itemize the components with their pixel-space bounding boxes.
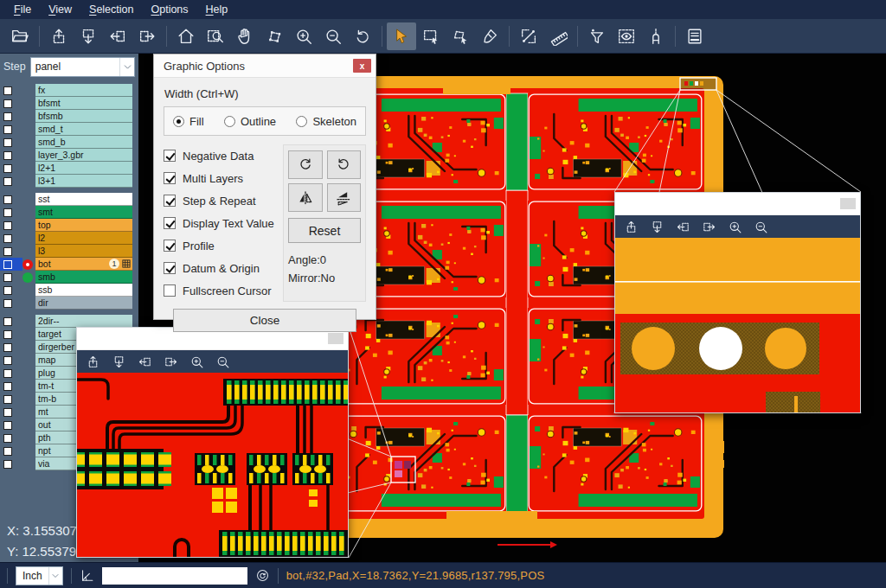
dialog-title-bar[interactable]: Graphic Options x — [154, 54, 376, 78]
radio-outline[interactable]: Outline — [224, 115, 276, 128]
pan-down-button[interactable] — [108, 352, 129, 371]
pan-right-button[interactable] — [698, 217, 719, 236]
layer-visibility-checkbox[interactable] — [0, 431, 22, 444]
radio-skeleton[interactable]: Skeleton — [296, 115, 356, 128]
layer-row-2dir--[interactable]: 2dir-- — [0, 315, 138, 328]
layer-visibility-checkbox[interactable] — [0, 245, 22, 258]
layer-row-l3+1[interactable]: l3+1 — [0, 175, 138, 188]
layer-visibility-checkbox[interactable] — [0, 393, 22, 406]
layer-visibility-checkbox[interactable] — [0, 380, 22, 393]
layer-row-l2[interactable]: l2 — [0, 232, 138, 245]
mirror-vertical-button[interactable] — [327, 183, 362, 212]
zoom-in-button[interactable] — [289, 22, 318, 50]
layer-row-bot[interactable]: bot1 — [0, 258, 138, 271]
layer-visibility-checkbox[interactable] — [0, 271, 22, 284]
angle-measure-icon[interactable] — [80, 568, 94, 583]
layer-row-dir[interactable]: dir — [0, 297, 138, 310]
pan-right-button[interactable] — [132, 22, 162, 50]
window-menu-button[interactable] — [840, 198, 856, 209]
pan-hand-button[interactable] — [230, 22, 260, 50]
window-title-bar[interactable] — [615, 193, 860, 215]
filter-tool-button[interactable] — [582, 22, 612, 50]
select-tool-button[interactable] — [387, 22, 416, 50]
layer-row-l2+1[interactable]: l2+1 — [0, 162, 138, 175]
layer-visibility-checkbox[interactable] — [0, 162, 22, 175]
layer-row-layer_3.gbr[interactable]: layer_3.gbr — [0, 149, 138, 162]
pan-left-button[interactable] — [672, 217, 693, 236]
pan-down-button[interactable] — [74, 22, 103, 50]
panel-list-button[interactable] — [680, 22, 709, 50]
layer-visibility-checkbox[interactable] — [0, 354, 22, 367]
layer-row-bfsmb[interactable]: bfsmb — [0, 110, 138, 123]
radio-fill[interactable]: Fill — [173, 115, 204, 128]
checkbox-multi-layers[interactable]: Multi Layers — [164, 167, 283, 189]
close-button[interactable]: Close — [173, 309, 356, 332]
layer-row-smd_b[interactable]: smd_b — [0, 136, 138, 149]
layer-visibility-checkbox[interactable] — [0, 232, 22, 245]
layer-visibility-checkbox[interactable] — [0, 219, 22, 232]
zoom-detail-window-2[interactable] — [614, 192, 861, 413]
layer-visibility-checkbox[interactable] — [0, 341, 22, 354]
select-rectangle-button[interactable] — [416, 22, 446, 50]
view-options-button[interactable] — [612, 22, 641, 50]
layer-visibility-checkbox[interactable] — [0, 258, 22, 271]
zoom-in-button[interactable] — [724, 217, 745, 236]
checkbox-datum-origin[interactable]: Datum & Origin — [164, 257, 283, 279]
zoom-window-button[interactable] — [201, 22, 230, 50]
command-input[interactable] — [102, 567, 247, 585]
layer-visibility-checkbox[interactable] — [0, 406, 22, 419]
checkbox-profile[interactable]: Profile — [164, 234, 283, 257]
select-polygon-button[interactable] — [446, 22, 475, 50]
layer-row-bfsmt[interactable]: bfsmt — [0, 97, 138, 110]
layer-visibility-checkbox[interactable] — [0, 84, 22, 97]
layer-visibility-checkbox[interactable] — [0, 193, 22, 206]
zoom-out-button[interactable] — [750, 217, 771, 236]
refresh-icon[interactable] — [255, 568, 270, 583]
checkbox-fullscreen-cursor[interactable]: Fullscreen Cursor — [164, 279, 283, 302]
pan-right-button[interactable] — [160, 352, 181, 371]
layer-visibility-checkbox[interactable] — [0, 206, 22, 219]
pan-up-button[interactable] — [620, 217, 641, 236]
checkbox-display-text-value[interactable]: Display Text Value — [164, 212, 283, 234]
zoom-out-button[interactable] — [318, 22, 348, 50]
zoom-polygon-button[interactable] — [260, 22, 289, 50]
zoom-out-button[interactable] — [212, 352, 233, 371]
layer-row-smt[interactable]: smt — [0, 206, 138, 219]
layer-row-l3[interactable]: l3 — [0, 245, 138, 258]
menu-item-view[interactable]: View — [40, 0, 80, 19]
layer-visibility-checkbox[interactable] — [0, 328, 22, 341]
rotate-counterclockwise-button[interactable] — [327, 150, 362, 179]
layer-row-fx[interactable]: fx — [0, 84, 138, 97]
pan-up-button[interactable] — [82, 352, 103, 371]
zoom-detail-window-1[interactable] — [76, 327, 349, 558]
measure-distance-button[interactable] — [514, 22, 543, 50]
layer-row-smd_t[interactable]: smd_t — [0, 123, 138, 136]
layer-row-sst[interactable]: sst — [0, 193, 138, 206]
menu-item-file[interactable]: File — [5, 0, 40, 19]
pan-left-button[interactable] — [103, 22, 132, 50]
layer-visibility-checkbox[interactable] — [0, 136, 22, 149]
mirror-horizontal-button[interactable] — [288, 183, 323, 212]
menu-item-help[interactable]: Help — [197, 0, 237, 19]
dialog-close-button[interactable]: x — [353, 59, 371, 73]
layer-visibility-checkbox[interactable] — [0, 297, 22, 310]
zoom-previous-button[interactable] — [348, 22, 377, 50]
layer-visibility-checkbox[interactable] — [0, 444, 22, 457]
clean-tool-button[interactable] — [475, 22, 504, 50]
layer-row-smb[interactable]: smb — [0, 271, 138, 284]
menu-item-options[interactable]: Options — [142, 0, 196, 19]
reset-button[interactable]: Reset — [288, 218, 361, 243]
layer-visibility-checkbox[interactable] — [0, 123, 22, 136]
layer-visibility-checkbox[interactable] — [0, 457, 22, 470]
pan-up-button[interactable] — [44, 22, 74, 50]
snap-tool-button[interactable] — [641, 22, 671, 50]
layer-visibility-checkbox[interactable] — [0, 367, 22, 380]
layer-visibility-checkbox[interactable] — [0, 175, 22, 188]
layer-visibility-checkbox[interactable] — [0, 315, 22, 328]
open-file-button[interactable] — [5, 22, 35, 50]
zoom-home-button[interactable] — [171, 22, 201, 50]
layer-visibility-checkbox[interactable] — [0, 97, 22, 110]
rotate-clockwise-button[interactable] — [288, 150, 323, 179]
layer-visibility-checkbox[interactable] — [0, 284, 22, 297]
checkbox-negative-data[interactable]: Negative Data — [164, 144, 283, 167]
